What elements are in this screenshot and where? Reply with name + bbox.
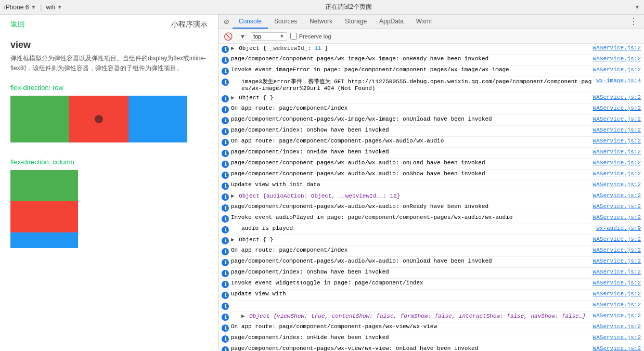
filter-input-container: ▼ xyxy=(251,32,287,41)
log-source-link[interactable]: WAService.js:2 xyxy=(593,181,641,188)
preserve-log-checkbox[interactable] xyxy=(290,33,297,40)
tab-storage[interactable]: Storage xyxy=(339,15,373,29)
log-source-link[interactable]: WAService.js:2 xyxy=(593,302,641,308)
tab-sources[interactable]: Sources xyxy=(268,15,303,29)
log-source-link[interactable]: WAService.js:2 xyxy=(593,203,641,210)
log-info-icon: ℹ xyxy=(222,172,229,179)
log-text: page/component/component-pages/wx-audio/… xyxy=(231,160,485,166)
flex-col-red xyxy=(10,201,78,232)
tab-wxml[interactable]: Wxml xyxy=(410,15,438,29)
log-source-link[interactable]: WAService.js:2 xyxy=(593,94,641,100)
block-icon[interactable]: 🚫 xyxy=(222,31,235,42)
log-info-icon: ℹ xyxy=(222,57,229,64)
log-source-link[interactable]: WAService.js:2 xyxy=(593,236,641,242)
log-source-link[interactable]: WAService.js:2 xyxy=(593,291,641,297)
filter-dropdown-arrow[interactable]: ▼ xyxy=(279,33,285,39)
log-source-link[interactable]: WAService.js:2 xyxy=(593,192,641,199)
log-content: Update view with init data xyxy=(231,181,589,188)
log-content: Update view with xyxy=(231,291,589,297)
log-info-icon: ℹ xyxy=(222,193,229,201)
log-source-link[interactable]: WAService.js:2 xyxy=(593,171,641,177)
log-content: audio is played xyxy=(231,225,592,231)
status-chevron[interactable]: ▼ xyxy=(635,4,640,10)
log-info-icon: ℹ xyxy=(222,161,229,168)
log-source-link[interactable]: WAService.js:2 xyxy=(593,280,641,286)
filter-input[interactable] xyxy=(253,33,279,40)
log-source-link[interactable]: WAService.js:2 xyxy=(593,56,641,62)
log-text: page/component/component-pages/wx-view/w… xyxy=(231,345,478,351)
expand-arrow-icon[interactable]: ▶ xyxy=(231,193,238,199)
log-text: Invoke event audioPlayed in page: page/c… xyxy=(231,214,512,220)
devtools-tabs: ⊘ Console Sources Network Storage AppDat… xyxy=(218,15,644,29)
log-info-icon: ℹ xyxy=(222,248,229,255)
expand-arrow-icon[interactable]: ▶ xyxy=(241,313,248,319)
log-entry: ℹInvoke event audioPlayed in page: page/… xyxy=(218,213,644,224)
log-info-icon: ℹ xyxy=(222,46,229,53)
log-source-link[interactable]: WAService.js:2 xyxy=(593,334,641,341)
log-text: image3发生error事件，携带值为 GET http://11275005… xyxy=(241,79,591,92)
log-source-link[interactable]: wx-audio.js:9 xyxy=(596,225,641,231)
log-source-link[interactable]: WAService.js:2 xyxy=(593,116,641,122)
preserve-log-label: Preserve log xyxy=(299,33,331,40)
log-info-icon: ℹ xyxy=(222,128,229,135)
log-source-link[interactable]: WAService.js:2 xyxy=(593,105,641,111)
log-entry: ℹOn app route: page/component/indexWASer… xyxy=(218,246,644,257)
expand-arrow-icon[interactable]: ▶ xyxy=(231,237,238,243)
log-entry: ℹpage/component/component-pages/wx-view/… xyxy=(218,344,644,351)
log-source-link[interactable]: WAService.js:2 xyxy=(593,149,641,155)
log-entry: ℹInvoke event imageError in page: page/c… xyxy=(218,66,644,76)
log-entry: ℹpage/component/component-pages/wx-image… xyxy=(218,115,644,126)
tab-console[interactable]: Console xyxy=(233,15,268,29)
log-source-link[interactable]: WAService.js:2 xyxy=(593,127,641,133)
log-entry: ℹpage/component/index: onHide have been … xyxy=(218,333,644,344)
log-text: Invoke event widgetsToggle in page: page… xyxy=(231,280,423,286)
preserve-log-container: Preserve log xyxy=(290,33,331,40)
log-source-link[interactable]: WAService.js:2 xyxy=(593,138,641,144)
log-source-link[interactable]: WAService.js:2 xyxy=(593,323,641,330)
tab-appdata[interactable]: AppData xyxy=(373,15,410,29)
clear-console-icon[interactable]: ⊘ xyxy=(221,18,233,25)
log-content: page/component/index: onShow have been i… xyxy=(231,269,589,275)
device-chevron[interactable]: ▼ xyxy=(31,4,36,10)
log-text: page/component/component-pages/wx-image/… xyxy=(231,116,492,122)
log-source-link[interactable]: WAService.js:2 xyxy=(593,269,641,275)
log-content: Invoke event widgetsToggle in page: page… xyxy=(231,280,589,286)
log-entry: ℹpage/component/index: onShow have been … xyxy=(218,126,644,137)
network-label: wifi xyxy=(46,4,55,11)
flex-row-label: flex-direction: row xyxy=(10,84,208,92)
console-log[interactable]: ℹ▶ Object { _webviewId_: 11 }WAService.j… xyxy=(218,44,644,351)
log-source-link[interactable]: WAService.js:2 xyxy=(593,67,641,73)
flex-box-blue xyxy=(128,96,187,142)
phone-nav: 返回 小程序演示 xyxy=(10,20,208,29)
flex-col-label: flex-direction: column xyxy=(10,158,208,166)
log-info-icon: ℹ xyxy=(222,303,229,310)
log-entry: ℹpage/component/component-pages/wx-audio… xyxy=(218,159,644,170)
log-source-link[interactable]: WAService.js:2 xyxy=(593,214,641,220)
tab-network[interactable]: Network xyxy=(303,15,339,29)
log-content: page/component/index: onHide have been i… xyxy=(231,334,589,341)
network-chevron[interactable]: ▼ xyxy=(57,4,62,10)
log-source-link[interactable]: WAService.js:2 xyxy=(593,345,641,351)
log-text: page/component/component-pages/wx-audio/… xyxy=(231,203,488,210)
log-entry: ℹpage/component/index: onShow have been … xyxy=(218,268,644,279)
nav-back[interactable]: 返回 xyxy=(10,20,25,29)
log-content: ▶ Object { _webviewId_: 11 } xyxy=(231,45,589,51)
log-text: On app route: page/component/component-p… xyxy=(231,138,444,144)
flex-col-green xyxy=(10,170,78,201)
log-text: On app route: page/component/component-p… xyxy=(231,323,437,330)
log-source-link[interactable]: WAService.js:2 xyxy=(593,247,641,253)
log-source-link[interactable]: WAService.js:2 xyxy=(593,313,641,319)
log-source-link[interactable]: WAService.js:2 xyxy=(593,258,641,264)
log-source-link[interactable]: WAService.js:2 xyxy=(593,160,641,166)
log-source-link[interactable]: wx-image.js:4 xyxy=(596,77,641,84)
log-entry: ℹpage/component/component-pages/wx-audio… xyxy=(218,257,644,268)
log-text: page/component/index: onShow have been i… xyxy=(231,127,389,133)
more-tabs-button[interactable]: ⋮ xyxy=(625,17,642,27)
log-info-icon: ℹ xyxy=(222,346,229,351)
log-source-link[interactable]: WAService.js:2 xyxy=(593,45,641,51)
log-content: page/component/index: onHide have been i… xyxy=(231,149,589,155)
log-text: page/component/index: onShow have been i… xyxy=(231,269,389,275)
expand-arrow-icon[interactable]: ▶ xyxy=(231,95,238,101)
filter-icon[interactable]: ▼ xyxy=(238,32,248,41)
expand-arrow-icon[interactable]: ▶ xyxy=(231,45,238,51)
